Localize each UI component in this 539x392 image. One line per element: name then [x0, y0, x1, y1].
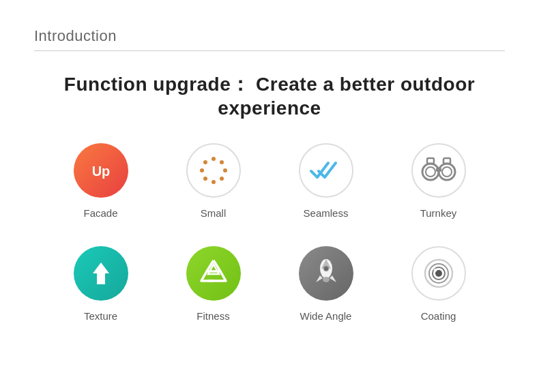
- svg-point-24: [324, 267, 327, 271]
- texture-label: Texture: [84, 310, 117, 322]
- headline-section: Function upgrade： Create a better outdoo…: [34, 72, 505, 119]
- svg-point-11: [439, 164, 455, 180]
- wideangle-label: Wide Angle: [300, 310, 352, 322]
- svg-point-22: [323, 277, 330, 282]
- svg-point-10: [426, 167, 435, 177]
- icon-item-seamless: Seamless: [273, 143, 379, 219]
- icon-circle-seamless: [299, 143, 353, 198]
- svg-rect-14: [427, 158, 434, 164]
- small-label: Small: [201, 207, 227, 219]
- page-title: Introduction: [34, 27, 505, 45]
- turnkey-icon: [420, 155, 457, 185]
- icon-item-small: Small: [160, 143, 266, 219]
- icon-circle-coating: [411, 246, 466, 301]
- svg-point-7: [200, 168, 204, 172]
- svg-point-5: [212, 180, 216, 184]
- small-icon: [195, 152, 232, 189]
- icon-circle-turnkey: [411, 143, 466, 198]
- wideangle-icon: [309, 256, 343, 290]
- coating-label: Coating: [421, 310, 456, 322]
- icons-grid: Up Facade Small: [34, 143, 505, 322]
- svg-point-2: [220, 160, 224, 164]
- seamless-icon: [309, 153, 343, 187]
- svg-rect-13: [436, 168, 441, 172]
- facade-label: Facade: [83, 207, 117, 219]
- icon-circle-facade: Up: [74, 143, 128, 198]
- icon-item-texture: Texture: [48, 246, 154, 322]
- fitness-label: Fitness: [196, 310, 229, 322]
- svg-rect-15: [443, 158, 450, 164]
- page-container: Introduction Function upgrade： Create a …: [0, 0, 539, 335]
- svg-text:Up: Up: [91, 164, 110, 179]
- icon-item-fitness: Fitness: [160, 246, 266, 322]
- icon-circle-texture: [74, 246, 128, 301]
- svg-point-4: [220, 177, 224, 181]
- icon-item-wideangle: Wide Angle: [273, 246, 379, 322]
- icon-circle-fitness: [186, 246, 241, 301]
- svg-point-3: [223, 168, 227, 172]
- icon-item-facade: Up Facade: [48, 143, 154, 219]
- headline-text: Function upgrade： Create a better outdoo…: [64, 74, 475, 119]
- texture-icon: [86, 258, 116, 288]
- coating-icon: [420, 255, 457, 292]
- icon-item-coating: Coating: [385, 246, 491, 322]
- svg-marker-21: [330, 275, 336, 282]
- seamless-label: Seamless: [304, 207, 349, 219]
- svg-point-6: [203, 177, 207, 181]
- facade-icon: Up: [86, 155, 116, 185]
- svg-point-1: [212, 157, 216, 161]
- icon-circle-wideangle: [299, 246, 353, 301]
- title-divider: [34, 50, 505, 51]
- svg-marker-20: [316, 275, 323, 282]
- fitness-icon: [196, 256, 231, 290]
- svg-point-9: [422, 164, 439, 180]
- svg-marker-16: [93, 262, 109, 284]
- icon-item-turnkey: Turnkey: [385, 143, 491, 219]
- icon-circle-small: [186, 143, 241, 198]
- svg-point-12: [442, 167, 452, 177]
- svg-point-29: [433, 269, 437, 272]
- turnkey-label: Turnkey: [420, 207, 457, 219]
- svg-point-8: [203, 160, 207, 164]
